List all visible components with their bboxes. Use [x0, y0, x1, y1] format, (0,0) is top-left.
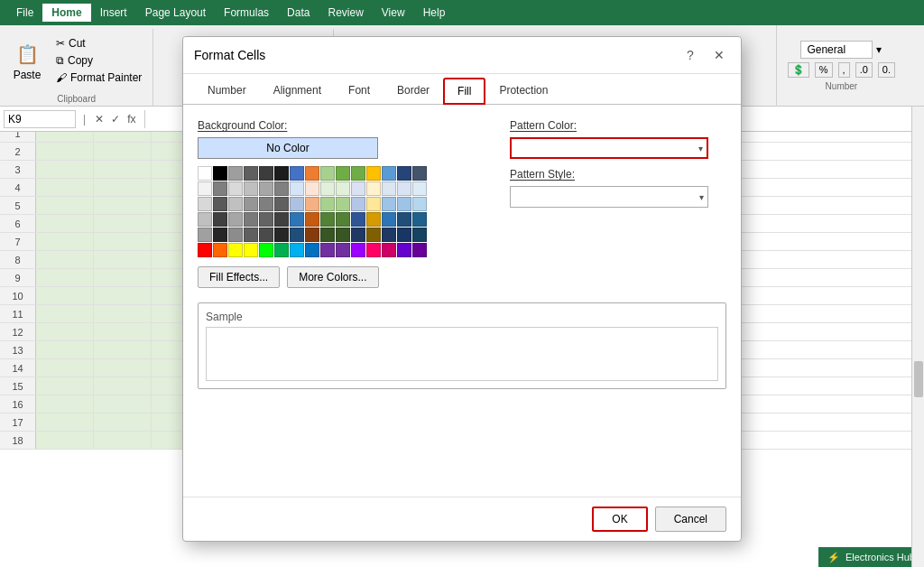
color-cell[interactable] — [259, 228, 273, 242]
color-cell[interactable] — [382, 212, 396, 227]
color-cell[interactable] — [213, 212, 227, 227]
color-cell[interactable] — [366, 166, 381, 181]
color-cell[interactable] — [397, 243, 411, 257]
color-cell[interactable] — [397, 212, 411, 227]
tab-alignment[interactable]: Alignment — [260, 78, 335, 105]
color-cell[interactable] — [274, 243, 289, 257]
color-cell[interactable] — [351, 197, 365, 211]
color-cell[interactable] — [397, 197, 411, 211]
no-color-button[interactable]: No Color — [198, 137, 378, 159]
color-cell[interactable] — [336, 166, 350, 181]
color-cell[interactable] — [351, 212, 365, 227]
color-cell[interactable] — [213, 197, 227, 211]
fill-effects-button[interactable]: Fill Effects... — [198, 266, 280, 288]
color-cell[interactable] — [412, 197, 427, 211]
color-cell[interactable] — [198, 197, 212, 211]
color-cell[interactable] — [290, 228, 304, 242]
color-cell[interactable] — [351, 181, 365, 196]
color-cell[interactable] — [412, 166, 427, 181]
color-cell[interactable] — [382, 166, 396, 181]
tab-font[interactable]: Font — [335, 78, 383, 105]
color-cell[interactable] — [397, 181, 411, 196]
color-cell[interactable] — [228, 197, 243, 211]
color-cell[interactable] — [397, 228, 411, 242]
color-cell[interactable] — [366, 243, 381, 257]
ok-button[interactable]: OK — [592, 507, 647, 532]
color-cell[interactable] — [366, 181, 381, 196]
color-cell[interactable] — [274, 181, 289, 196]
color-cell[interactable] — [305, 166, 319, 181]
color-cell[interactable] — [259, 166, 273, 181]
cancel-button[interactable]: Cancel — [655, 507, 726, 532]
color-cell[interactable] — [397, 166, 411, 181]
color-cell[interactable] — [290, 166, 304, 181]
color-cell[interactable] — [320, 228, 335, 242]
color-cell[interactable] — [366, 197, 381, 211]
color-cell[interactable] — [290, 212, 304, 227]
color-cell[interactable] — [366, 228, 381, 242]
color-cell[interactable] — [412, 243, 427, 257]
color-cell[interactable] — [198, 212, 212, 227]
color-cell[interactable] — [351, 166, 365, 181]
tab-protection[interactable]: Protection — [485, 78, 561, 105]
color-cell[interactable] — [351, 243, 365, 257]
color-cell[interactable] — [320, 197, 335, 211]
color-cell[interactable] — [274, 212, 289, 227]
color-cell[interactable] — [290, 197, 304, 211]
color-cell[interactable] — [228, 228, 243, 242]
color-cell[interactable] — [213, 243, 227, 257]
color-cell[interactable] — [228, 181, 243, 196]
color-cell[interactable] — [290, 181, 304, 196]
color-cell[interactable] — [213, 181, 227, 196]
color-cell[interactable] — [382, 197, 396, 211]
pattern-style-dropdown[interactable]: ▾ — [510, 186, 708, 208]
color-cell[interactable] — [213, 228, 227, 242]
color-cell[interactable] — [198, 166, 212, 181]
color-cell[interactable] — [274, 228, 289, 242]
color-cell[interactable] — [213, 166, 227, 181]
color-cell[interactable] — [290, 243, 304, 257]
color-cell[interactable] — [198, 243, 212, 257]
color-cell[interactable] — [336, 228, 350, 242]
tab-number[interactable]: Number — [194, 78, 260, 105]
color-cell[interactable] — [228, 166, 243, 181]
pattern-color-dropdown[interactable]: ▾ — [510, 137, 708, 159]
color-cell[interactable] — [259, 197, 273, 211]
color-cell[interactable] — [336, 181, 350, 196]
color-cell[interactable] — [412, 228, 427, 242]
color-cell[interactable] — [382, 181, 396, 196]
color-cell[interactable] — [228, 212, 243, 227]
color-cell[interactable] — [382, 243, 396, 257]
help-button[interactable]: ? — [679, 44, 701, 66]
color-cell[interactable] — [351, 228, 365, 242]
color-cell[interactable] — [244, 181, 258, 196]
color-cell[interactable] — [320, 166, 335, 181]
color-cell[interactable] — [274, 166, 289, 181]
color-cell[interactable] — [336, 243, 350, 257]
color-cell[interactable] — [305, 228, 319, 242]
color-cell[interactable] — [244, 166, 258, 181]
color-cell[interactable] — [228, 243, 243, 257]
color-cell[interactable] — [259, 212, 273, 227]
color-cell[interactable] — [244, 228, 258, 242]
color-cell[interactable] — [244, 243, 258, 257]
color-cell[interactable] — [305, 181, 319, 196]
color-cell[interactable] — [336, 212, 350, 227]
color-cell[interactable] — [320, 181, 335, 196]
color-cell[interactable] — [412, 212, 427, 227]
color-cell[interactable] — [366, 212, 381, 227]
color-cell[interactable] — [320, 243, 335, 257]
color-cell[interactable] — [274, 197, 289, 211]
color-cell[interactable] — [305, 243, 319, 257]
color-cell[interactable] — [305, 197, 319, 211]
color-cell[interactable] — [198, 228, 212, 242]
color-cell[interactable] — [305, 212, 319, 227]
color-cell[interactable] — [244, 197, 258, 211]
color-cell[interactable] — [382, 228, 396, 242]
color-cell[interactable] — [259, 181, 273, 196]
tab-fill[interactable]: Fill — [443, 78, 485, 105]
color-cell[interactable] — [336, 197, 350, 211]
more-colors-button[interactable]: More Colors... — [287, 266, 378, 288]
color-cell[interactable] — [320, 212, 335, 227]
color-cell[interactable] — [412, 181, 427, 196]
